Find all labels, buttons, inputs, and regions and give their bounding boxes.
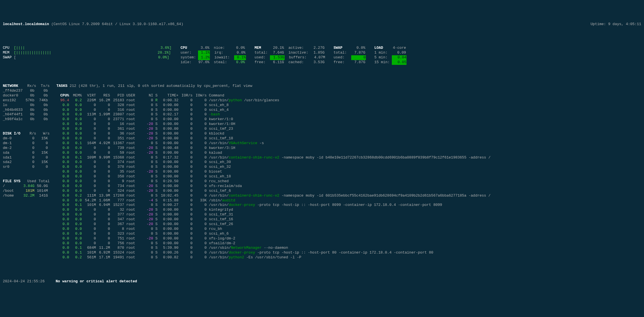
process-row[interactable]: 0.00.000367 root-20 S0:00.0000 scsi_tmf_… [56,222,233,226]
process-row[interactable]: 0.00.000328 root0 S0:00.0000 scsi_eh_8 [56,103,229,107]
process-row[interactable]: 0.00.1684M11.2M870 root0 S5:39.9000 /usr… [56,246,288,250]
summary-row: CPU [||||3.6%] MEM [||||||||||||||||20.1… [3,41,641,65]
swap-pct: 0.0%] [16,55,169,60]
uptime: Uptime: 9 days, 4:05:11 [591,22,641,27]
process-row[interactable]: 0.00.1101M6.94M15237 root0 S0:00.2700 /u… [56,203,442,207]
cpu-bar-label: CPU [3,46,14,50]
diskio-row: sda0 15K [3,151,48,155]
process-row[interactable]: 0.00.000350 root0 S0:00.0000 scsi_eh_18 [56,174,231,179]
process-row[interactable]: 0.00.000756 root0 S0:00.0000 xfsaild/dm-… [56,241,235,245]
hostname: localhost.localdomain [3,22,49,26]
process-row[interactable]: 0.00.000374 root0 S0:00.0000 scsi_eh_30 [56,160,231,164]
mem-detail-block: MEM 20.1% active: 2.27G total: 7.64G ina… [254,41,333,65]
process-row[interactable]: 0.00.1101M6.92M15324 root0 S0:00.2600 /u… [56,250,433,255]
process-row[interactable]: 0.00.000378 root0 S0:00.0000 scsi_eh_32 [56,165,231,169]
diskio-row: dm-20 0 [3,146,48,150]
process-row[interactable]: 0.00.000751 root-20 S0:00.0000 xfs-log/d… [56,236,235,241]
process-row[interactable]: 0.00.00023771 root0 S0:00.0000 kworker/1… [56,117,233,121]
process-row[interactable]: 0.00.0113M1.99M23807 root0 S0:02.1700 -b… [56,112,220,116]
proc-header: CPU%MEM%VIRTRESPID USERNI STIME+IOR/sIOW… [56,93,224,98]
cpu-bar: [|||| [14,46,25,50]
network-row: _h04b46330b 0b [3,108,48,112]
cpu-pct: 3.6%] [25,46,172,50]
network-row: lo0b 0b [3,103,48,107]
network-row: _ff4de2370b 0b [3,89,48,93]
os-string: (CentOS Linux 7.9.2009 64bit / Linux 3.1… [51,22,183,26]
process-row[interactable]: 0.00.00036 root-20 S0:00.0000 kblockd [56,131,224,136]
process-row[interactable]: 0.00.000324 root-20 S0:00.0000 scsi_tmf_… [56,189,231,193]
process-row[interactable]: 0.00.054.2M1.06M777 root-4 S0:15.88033K … [56,198,235,202]
diskio-row: sda20 15K [3,160,48,164]
bars-block: CPU [||||3.6%] MEM [||||||||||||||||20.1… [3,41,181,65]
process-row[interactable]: 0.00.1109M9.99M15368 root0 S0:17.3200 /u… [56,155,491,160]
process-row[interactable]: 0.00.00032 root-20 S0:00.0000 kintegrity… [56,208,233,212]
main-content: NETWORK Rx/s Tx/s _ff4de2370b 0b docker0… [3,79,641,265]
tasks-area: TASKS 212 (428 thr), 1 run, 211 slp, 0 o… [52,79,641,265]
mem-bar: [|||||||||||||||| [14,50,51,55]
load-detail-block: LOAD 4-core 1 min: 0.09 5 min: 0.04 15 m… [374,41,415,65]
fs-row: /3.84G 50.0G [3,184,48,188]
swap-bar: [ [14,55,16,60]
process-row[interactable]: 0.00.0008 root0 S0:00.0000 rcu_bh [56,227,222,231]
process-row[interactable]: 0.00.000351 root-20 S0:00.0000 scsi_tmf_… [56,136,233,140]
diskio-row: dm-00 15K [3,136,48,140]
network-row: _h04f44f10b 0b [3,112,48,116]
process-row[interactable]: 0.00.2561M17.1M19491 root0 S0:00.8200 /u… [56,255,301,259]
process-row[interactable]: 0.00.000377 root-20 S0:00.0000 scsi_tmf_… [56,212,233,217]
fs-row: /home32.2M 141G [3,193,48,198]
diskio-row: dm-10 0 [3,141,48,145]
cpu-detail-block: CPU 3.6% nice: 0.0% user: 1.1% irq: 0.0%… [181,41,254,65]
process-row[interactable]: 0.00.00035 root-20 S0:00.0000 bioset [56,169,222,174]
process-row[interactable]: 0.00.00016 root-20 S0:00.0000 kworker/1:… [56,122,235,126]
mem-pct: 20.1%] [51,50,171,55]
process-row[interactable]: 0.00.1164M4.92M11367 root0 S0:00.0000 /u… [56,141,264,145]
process-row[interactable]: 0.00.2111M13.9M17268 root0 S10:02.4500 /… [56,193,491,198]
process-row[interactable]: 0.00.000316 root0 S0:00.0000 scsi_eh_4 [56,108,229,112]
swap-detail-block: SWAP 0.0% total: 7.87G used: 0 free: 7.8… [334,41,374,65]
network-row: _h98f4a1c0b 0b [3,117,48,121]
process-row[interactable]: 0.00.00059 root-20 S0:00.0000 kaluad [56,151,222,155]
mem-bar-label: MEM [3,50,14,55]
network-row: ens19257Kb 74Kb [3,98,48,102]
header-line: localhost.localdomain (CentOS Linux 7.9.… [3,22,641,27]
process-row[interactable]: 0.00.000347 root-20 S0:00.0000 scsi_tmf_… [56,217,233,221]
diskio-row: sr00 0 [3,165,48,169]
fs-row: /boot181M 1014M [3,189,48,193]
process-row[interactable]: 0.00.000739 root-20 S0:00.4800 kworker/3… [56,146,235,150]
left-sidebar: NETWORK Rx/s Tx/s _ff4de2370b 0b docker0… [3,79,52,265]
swap-bar-label: SWAP [3,55,14,60]
process-row[interactable]: 0.00.0009 root0 S0:20.5000 rcu_sched [56,179,229,183]
process-row[interactable]: 0.00.000323 root0 S0:00.0000 scsi_eh_6 [56,232,229,236]
network-row: docker00b 0b [3,93,48,98]
diskio-row: sda10 0 [3,155,48,160]
process-row[interactable]: 0.00.000361 root-20 S0:00.0000 scsi_tmf_… [56,127,233,131]
process-row[interactable]: 0.00.000734 root-20 S0:00.0000 xfs-recla… [56,184,242,188]
process-row[interactable]: 96.40.2226M16.2M25183 root0 R0:00.3200 /… [56,98,279,102]
footer-line: 2024-04-24 21:55:26 No warning or critic… [3,279,641,284]
